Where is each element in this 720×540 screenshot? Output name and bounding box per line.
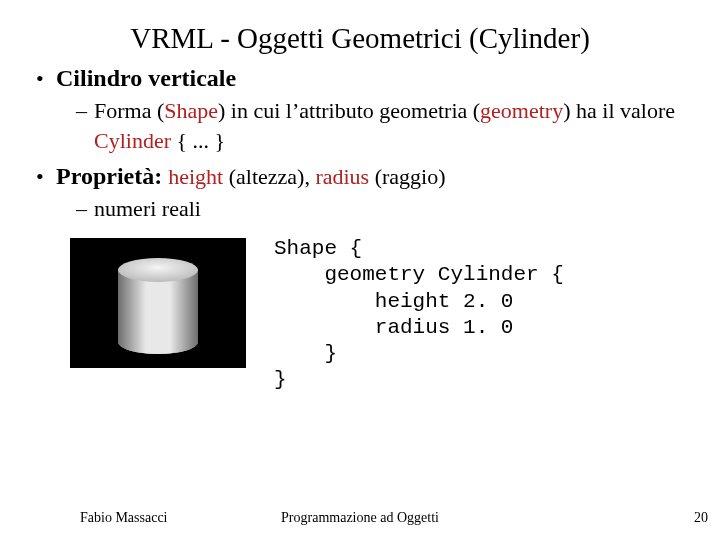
bullet-1-sub-text: Forma (Shape) in cui l’attributo geometr… xyxy=(94,96,690,155)
bullet-2: • Proprietà: height (altezza), radius (r… xyxy=(36,163,690,224)
bullet-icon: • xyxy=(36,166,56,188)
footer-page: 20 xyxy=(694,510,708,526)
dash-icon: – xyxy=(76,96,94,126)
figure-row: Shape { geometry Cylinder { height 2. 0 … xyxy=(30,238,690,394)
footer-course: Programmazione ad Oggetti xyxy=(0,510,720,526)
cylinder-render xyxy=(70,238,246,368)
bullet-icon: • xyxy=(36,68,56,90)
slide-title: VRML - Oggetti Geometrici (Cylinder) xyxy=(30,22,690,55)
bullet-2-sub: – numeri reali xyxy=(76,194,690,224)
code-block: Shape { geometry Cylinder { height 2. 0 … xyxy=(274,236,564,394)
bullet-1-sub: – Forma (Shape) in cui l’attributo geome… xyxy=(76,96,690,155)
content-list: • Cilindro verticale – Forma (Shape) in … xyxy=(30,65,690,224)
bullet-2-sub-text: numeri reali xyxy=(94,194,201,224)
dash-icon: – xyxy=(76,194,94,224)
bullet-1: • Cilindro verticale – Forma (Shape) in … xyxy=(36,65,690,155)
svg-point-1 xyxy=(118,258,198,282)
footer: Fabio Massacci Programmazione ad Oggetti… xyxy=(0,510,720,526)
bullet-1-label: Cilindro verticale xyxy=(56,65,236,92)
bullet-2-label: Proprietà: height (altezza), radius (rag… xyxy=(56,163,446,190)
slide: VRML - Oggetti Geometrici (Cylinder) • C… xyxy=(0,0,720,540)
